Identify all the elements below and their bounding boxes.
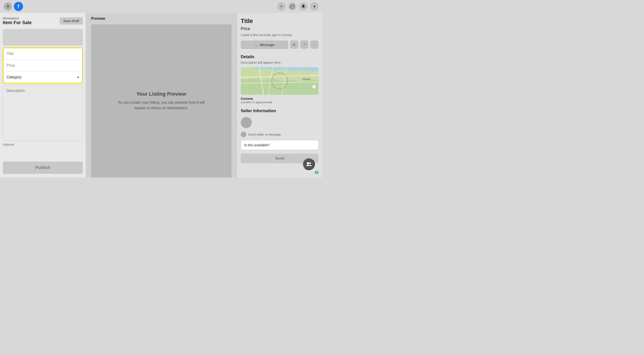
preview-subtitle: As you create your listing, you can prev… <box>118 100 205 111</box>
photo-upload-box[interactable] <box>3 29 83 45</box>
map-location-name: Corona <box>241 97 318 100</box>
item-for-sale-title: Item For Sale <box>3 20 32 25</box>
bell-icon <box>301 4 306 9</box>
share-icon: ↗ <box>303 43 306 46</box>
details-description: Description will appear here. <box>241 61 318 64</box>
main-content: Preview Your Listing Preview As you crea… <box>86 13 322 177</box>
message-btn-label: Message <box>260 43 274 47</box>
seller-avatar <box>241 117 252 128</box>
notifications-button[interactable] <box>299 2 308 10</box>
share-button[interactable]: ↗ <box>300 40 308 49</box>
users-badge: 0 <box>315 171 318 174</box>
publish-button[interactable]: Publish <box>3 162 83 174</box>
svg-text:i: i <box>314 85 314 88</box>
preview-header: Preview <box>86 13 237 24</box>
send-message-label: Send seller a message <box>248 133 281 136</box>
seller-info-title: Seller Information <box>241 108 318 113</box>
right-panel: Title Price Listed a few seconds ago in … <box>237 13 322 177</box>
details-section: Details Description will appear here. <box>241 54 318 104</box>
price-input[interactable] <box>4 60 82 71</box>
message-input[interactable] <box>241 140 318 150</box>
optional-label: Optional <box>3 143 83 146</box>
messenger-button[interactable] <box>288 2 296 10</box>
top-bar: ✕ f + ▾ <box>0 0 322 13</box>
map-location-approx: Location is approximate <box>241 100 318 104</box>
top-bar-right: + ▾ <box>277 2 318 10</box>
listing-price: Price <box>241 26 318 31</box>
messenger-icon-small <box>254 43 258 47</box>
map-container: Queens i <box>241 67 318 95</box>
account-menu-button[interactable]: ▾ <box>310 2 318 10</box>
more-button[interactable]: ··· <box>310 40 318 49</box>
close-button[interactable]: ✕ <box>4 2 12 10</box>
svg-text:f: f <box>18 3 19 9</box>
action-buttons-row: Message ⊟ ↗ ··· <box>241 40 318 49</box>
category-wrapper: Category ▾ <box>4 71 82 83</box>
close-icon: ✕ <box>6 4 10 9</box>
plus-icon: + <box>280 4 283 9</box>
users-icon <box>306 161 312 167</box>
bookmark-icon: ⊟ <box>293 43 296 46</box>
sidebar-header-labels: Marketplace Item For Sale <box>3 16 32 25</box>
description-textarea[interactable] <box>3 85 83 140</box>
sidebar-header: Marketplace Item For Sale Save Draft <box>3 16 83 26</box>
more-icon: ··· <box>313 43 316 46</box>
form-fields-container: Category ▾ <box>3 47 83 83</box>
send-message-icon <box>241 132 246 137</box>
svg-text:Queens: Queens <box>302 78 310 80</box>
title-input[interactable] <box>4 48 82 60</box>
message-button[interactable]: Message <box>241 40 288 49</box>
top-bar-left: ✕ f <box>4 2 23 11</box>
category-select[interactable]: Category <box>4 71 82 83</box>
floating-users-button[interactable] <box>303 158 315 170</box>
marketplace-label: Marketplace <box>3 16 32 20</box>
save-draft-button[interactable]: Save Draft <box>60 17 83 24</box>
listing-title: Title <box>241 17 318 24</box>
preview-section: Preview Your Listing Preview As you crea… <box>86 13 237 177</box>
facebook-logo: f <box>14 2 23 11</box>
chevron-down-icon: ▾ <box>314 4 316 9</box>
messenger-icon <box>290 4 294 9</box>
listing-location-time: Listed a few seconds ago in Corona <box>241 33 318 37</box>
sidebar: Marketplace Item For Sale Save Draft Cat… <box>0 13 86 177</box>
sidebar-header-row: Marketplace Item For Sale Save Draft <box>3 16 83 25</box>
map-image: Queens i <box>241 67 318 95</box>
add-button[interactable]: + <box>277 2 286 10</box>
svg-point-14 <box>307 162 309 164</box>
preview-image-area: Your Listing Preview As you create your … <box>91 24 232 177</box>
svg-point-15 <box>309 162 311 164</box>
details-title: Details <box>241 54 318 59</box>
preview-title: Your Listing Preview <box>136 91 186 97</box>
send-message-row: Send seller a message <box>241 132 318 137</box>
save-button[interactable]: ⊟ <box>290 40 298 49</box>
